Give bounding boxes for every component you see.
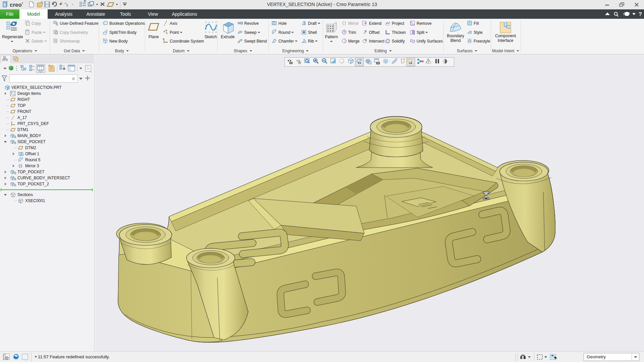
svg-text:»: » — [79, 65, 82, 70]
svg-text:?: ? — [639, 11, 642, 17]
